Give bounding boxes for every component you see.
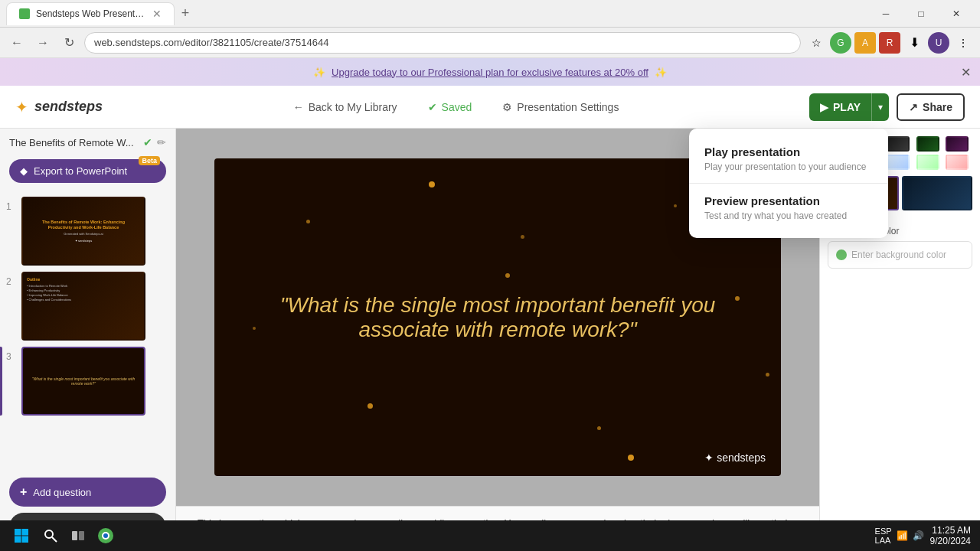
ext2-icon[interactable]: A [854, 32, 876, 54]
more-icon[interactable]: ⋮ [952, 32, 974, 54]
active-slide-indicator [0, 347, 2, 416]
address-bar[interactable]: web.sendsteps.com/editor/3821105/create/… [84, 32, 801, 54]
back-to-library-button[interactable]: ← Back to My Library [293, 101, 397, 113]
taskbar-chrome-button[interactable] [95, 525, 116, 546]
banner-close-button[interactable]: ✕ [961, 65, 971, 80]
profile-icon[interactable]: U [928, 32, 949, 54]
back-nav-button[interactable]: ← [6, 32, 28, 54]
export-powerpoint-button[interactable]: ◆ Export to PowerPoint Beta [9, 159, 166, 183]
slide-number: 1 [6, 201, 17, 212]
slide-item[interactable]: 1 The Benefits of Remote Work: Enhancing… [6, 197, 169, 266]
svg-rect-0 [15, 529, 21, 536]
play-presentation-desc: Play your presentation to your audience [704, 161, 873, 172]
color-swatch [836, 249, 847, 260]
extensions-icon[interactable]: G [830, 32, 851, 54]
minimize-button[interactable]: ─ [868, 2, 903, 25]
play-button-main[interactable]: ▶ PLAY [809, 93, 871, 121]
tab-close-icon[interactable]: ✕ [152, 8, 162, 20]
svg-rect-3 [22, 536, 29, 543]
slide-item[interactable]: 2 Outline • Introduction to Remote Work … [6, 272, 169, 341]
svg-rect-7 [79, 531, 84, 540]
taskbar: ESPLAA 📶 🔊 11:25 AM 9/20/2024 [0, 520, 980, 551]
logo-text: sendsteps [34, 99, 103, 115]
ext4-icon[interactable]: ⬇ [903, 32, 925, 54]
slide-thumb-content: The Benefits of Remote Work: EnhancingPr… [23, 198, 144, 264]
slide-thumb-title: The Benefits of Remote Work: EnhancingPr… [42, 220, 125, 230]
app-header: ✦ sendsteps ← Back to My Library ✔ Saved… [0, 86, 980, 129]
slide-thumbnail[interactable]: Outline • Introduction to Remote Work • … [21, 272, 145, 341]
play-button[interactable]: ▶ PLAY ▾ [809, 93, 889, 121]
star-decoration [429, 181, 435, 187]
upgrade-link[interactable]: Upgrade today to our Professional plan f… [332, 67, 648, 78]
share-button[interactable]: ↗ Share [897, 93, 965, 121]
browser-tab[interactable]: Sendsteps Web Presentations ✕ [6, 2, 175, 25]
taskbar-task-view-button[interactable] [67, 525, 89, 546]
slide-thumb-logo: ✦ sendsteps [75, 239, 92, 243]
preview-presentation-option[interactable]: Preview presentation Test and try what y… [689, 184, 888, 232]
theme-option[interactable] [887, 136, 910, 152]
theme-option[interactable] [946, 136, 969, 152]
task-view-icon [70, 528, 86, 543]
slide2-title: Outline [27, 277, 140, 282]
logo-icon: ✦ [15, 98, 28, 116]
tab-title: Sendsteps Web Presentations [36, 8, 146, 19]
forward-nav-button[interactable]: → [32, 32, 54, 54]
new-tab-button[interactable]: + [175, 3, 196, 24]
slide-thumbnail[interactable]: "What is the single most important benef… [21, 347, 145, 416]
presentation-title-bar: The Benefits of Remote W... ✔ ✏ [0, 129, 175, 156]
play-icon: ▶ [820, 101, 828, 113]
chrome-icon [97, 527, 114, 544]
share-icon: ↗ [909, 101, 918, 113]
slide3-content: "What is the single most important benef… [23, 348, 144, 414]
saved-indicator: ✔ Saved [428, 101, 472, 113]
star-decoration [306, 220, 310, 223]
maximize-button[interactable]: □ [903, 2, 939, 25]
theme-option-large[interactable] [902, 176, 973, 210]
presentation-title-text: The Benefits of Remote W... [9, 137, 139, 148]
background-color-input[interactable]: Enter background color [828, 241, 972, 269]
play-presentation-option[interactable]: Play presentation Play your presentation… [689, 135, 888, 183]
star-decoration [597, 426, 601, 430]
star-decoration [674, 204, 677, 207]
svg-rect-2 [15, 536, 21, 543]
play-label: PLAY [833, 101, 861, 113]
theme-option[interactable] [946, 155, 969, 170]
share-label: Share [923, 101, 952, 113]
bookmark-icon[interactable]: ☆ [805, 32, 827, 54]
export-label: Export to PowerPoint [34, 165, 127, 177]
taskbar-search-button[interactable] [40, 525, 61, 546]
refresh-button[interactable]: ↻ [58, 32, 80, 54]
presentation-settings-button[interactable]: ⚙ Presentation Settings [502, 101, 619, 113]
preview-presentation-desc: Test and try what you have created [704, 210, 873, 221]
theme-option[interactable] [916, 155, 939, 170]
address-text: web.sendsteps.com/editor/3821105/create/… [94, 37, 791, 48]
clock-date: 9/20/2024 [930, 536, 971, 546]
ext3-icon[interactable]: R [879, 32, 900, 54]
clock-time: 11:25 AM [930, 525, 971, 536]
slide-item[interactable]: 3 "What is the single most important ben… [6, 347, 169, 416]
theme-option[interactable] [916, 136, 939, 152]
slide-list: 1 The Benefits of Remote Work: Enhancing… [0, 191, 175, 474]
theme-option[interactable] [887, 155, 910, 170]
play-dropdown-toggle[interactable]: ▾ [871, 93, 889, 121]
slide3-question: "What is the single most important benef… [28, 377, 139, 386]
settings-gear-icon: ⚙ [502, 101, 512, 113]
slide2-items: • Introduction to Remote Work • Enhancin… [27, 284, 140, 302]
chevron-down-icon: ▾ [878, 102, 883, 112]
system-clock: 11:25 AM 9/20/2024 [930, 525, 971, 546]
header-center: ← Back to My Library ✔ Saved ⚙ Presentat… [118, 101, 794, 113]
back-arrow-icon: ← [293, 101, 304, 113]
svg-rect-6 [72, 531, 77, 540]
preview-presentation-title: Preview presentation [704, 194, 873, 207]
title-check-icon: ✔ [143, 136, 152, 148]
star-decoration [766, 373, 769, 377]
add-question-label: Add question [33, 487, 91, 498]
start-button[interactable] [9, 523, 34, 548]
title-edit-icon[interactable]: ✏ [157, 136, 166, 148]
browser-toolbar: ← → ↻ web.sendsteps.com/editor/3821105/c… [0, 28, 980, 58]
slide-thumbnail[interactable]: The Benefits of Remote Work: EnhancingPr… [21, 197, 145, 266]
slide-question-text: "What is the single most important benef… [214, 278, 781, 357]
close-button[interactable]: ✕ [939, 2, 974, 25]
add-question-button[interactable]: + Add question [9, 478, 166, 507]
saved-check-icon: ✔ [428, 101, 437, 113]
